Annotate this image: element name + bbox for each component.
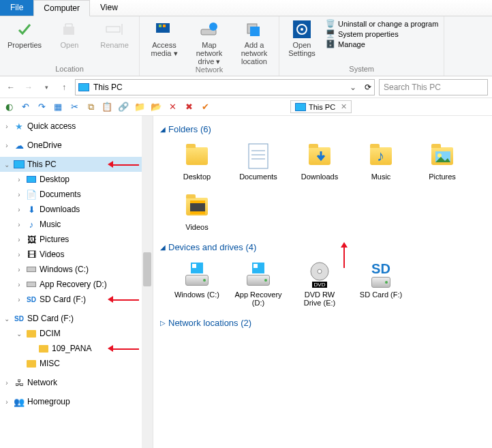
tile-documents[interactable]: Documents — [234, 143, 283, 181]
search-input[interactable]: Search This PC — [379, 79, 488, 95]
new-folder-button[interactable]: 📁 — [134, 101, 146, 113]
tree-node-windows-c-[interactable]: ›Windows (C:) — [0, 262, 153, 277]
paste-shortcut-button[interactable]: 🔗 — [117, 101, 129, 113]
recent-button[interactable]: ▾ — [40, 80, 53, 94]
svg-rect-1 — [106, 27, 120, 32]
expand-icon[interactable]: › — [3, 123, 11, 130]
new-tab-button[interactable]: ◐ — [3, 101, 15, 113]
tree-node-network[interactable]: ›🖧Network — [0, 375, 153, 390]
delete-perm-button[interactable]: ✖ — [183, 101, 195, 113]
tree-node-downloads[interactable]: ›⬇Downloads — [0, 202, 153, 217]
fld-icon — [26, 328, 37, 339]
ribbon-group-system: Open Settings 🗑️Uninstall or change a pr… — [279, 16, 444, 76]
tile-videos[interactable]: Videos — [172, 193, 221, 231]
tree-node-this-pc[interactable]: ⌄This PC — [0, 157, 153, 172]
manage-button[interactable]: 🗄️Manage — [326, 40, 438, 48]
tab-file[interactable]: File — [0, 0, 33, 16]
expand-icon[interactable]: › — [15, 191, 23, 198]
tab-computer[interactable]: Computer — [33, 0, 90, 16]
tree-node-onedrive[interactable]: ›☁OneDrive — [0, 138, 153, 153]
properties-button[interactable]: Properties — [5, 19, 44, 49]
move-to-button[interactable]: 📂 — [150, 101, 162, 113]
close-tab-icon[interactable]: ✕ — [341, 102, 347, 111]
cut-button[interactable]: ✂ — [68, 101, 80, 113]
tree-node-quick-access[interactable]: ›★Quick access — [0, 119, 153, 134]
path-tab-label: This PC — [309, 103, 335, 111]
drive-globe-icon — [199, 19, 219, 40]
properties-label: Properties — [7, 41, 42, 49]
open-settings-button[interactable]: Open Settings — [285, 19, 319, 57]
tile-music[interactable]: ♪Music — [356, 143, 405, 181]
expand-icon[interactable]: › — [15, 236, 23, 243]
expand-icon[interactable]: ⌄ — [15, 330, 23, 338]
tile-sd-card-f-[interactable]: SDSD Card (F:) — [356, 260, 405, 307]
path-tab[interactable]: This PC ✕ — [290, 100, 352, 113]
devices-header[interactable]: ◢Devices and drives (4) — [160, 242, 485, 252]
grid-button[interactable]: ▦ — [52, 101, 64, 113]
scrollbar-thumb[interactable] — [143, 252, 151, 286]
folders-header[interactable]: ◢Folders (6) — [160, 124, 485, 134]
paste-button[interactable]: 📋 — [101, 101, 113, 113]
manage-label: Manage — [338, 40, 365, 48]
sd-icon: SD — [26, 294, 37, 305]
tree-node-sd-card-f-[interactable]: ›SDSD Card (F:) — [0, 292, 153, 307]
expand-icon[interactable]: › — [15, 281, 23, 288]
access-media-button[interactable]: Access media ▾ — [145, 19, 183, 65]
expand-icon[interactable]: › — [15, 206, 23, 213]
hg-icon: 👥 — [14, 396, 25, 407]
ok-button[interactable]: ✔ — [199, 101, 211, 113]
map-drive-button[interactable]: Map network drive ▾ — [190, 19, 228, 65]
star-icon: ★ — [14, 121, 25, 132]
expand-icon[interactable]: › — [15, 176, 23, 183]
address-dropdown-icon[interactable]: ⌄ — [350, 83, 356, 92]
back-button[interactable]: ← — [4, 80, 18, 94]
system-properties-button[interactable]: 🖥️System properties — [326, 29, 438, 38]
tree-node-desktop[interactable]: ›Desktop — [0, 172, 153, 187]
tree-node-dcim[interactable]: ⌄DCIM — [0, 326, 153, 341]
delete-button[interactable]: ✕ — [166, 101, 179, 113]
expand-icon[interactable]: ⌄ — [3, 161, 11, 168]
tree-scrollbar[interactable] — [142, 116, 153, 448]
open-label: Open — [61, 41, 79, 49]
tree-node-misc[interactable]: MISC — [0, 356, 153, 371]
tree-node-pictures[interactable]: ›🖼Pictures — [0, 232, 153, 247]
tree-node-documents[interactable]: ›📄Documents — [0, 187, 153, 202]
expand-icon[interactable]: ⌄ — [3, 315, 11, 323]
tile-app-recovery-d-[interactable]: App Recovery (D:) — [234, 260, 283, 307]
expand-icon[interactable]: › — [15, 221, 23, 228]
tree-node-videos[interactable]: ›🎞Videos — [0, 247, 153, 262]
tree-node-app-recovery-d-[interactable]: ›App Recovery (D:) — [0, 277, 153, 292]
tree-label: MISC — [40, 359, 60, 368]
undo-button[interactable]: ↶ — [19, 101, 31, 113]
tree-node-homegroup[interactable]: ›👥Homegroup — [0, 394, 153, 409]
tile-pictures[interactable]: Pictures — [418, 143, 467, 181]
uninstall-button[interactable]: 🗑️Uninstall or change a program — [326, 19, 438, 28]
up-button[interactable]: ↑ — [57, 80, 71, 94]
nav-tree[interactable]: ›★Quick access›☁OneDrive⌄This PC›Desktop… — [0, 116, 153, 448]
expand-icon[interactable]: › — [3, 142, 11, 149]
expand-icon[interactable]: › — [15, 251, 23, 258]
tile-desktop[interactable]: Desktop — [172, 143, 221, 181]
tree-label: Music — [40, 220, 61, 229]
tree-node-sd-card-f-[interactable]: ⌄SDSD Card (F:) — [0, 311, 153, 326]
tile-downloads[interactable]: Downloads — [295, 143, 344, 181]
network-header[interactable]: ▷Network locations (2) — [160, 318, 485, 328]
expand-icon[interactable]: › — [15, 266, 23, 273]
doc-icon: 📄 — [26, 189, 37, 200]
tree-label: 109_PANA — [52, 344, 91, 353]
tree-node-109-pana[interactable]: 109_PANA — [0, 341, 153, 356]
redo-button[interactable]: ↷ — [35, 101, 48, 113]
copy-button[interactable]: ⧉ — [84, 101, 97, 113]
add-location-button[interactable]: Add a network location — [235, 19, 273, 65]
refresh-button[interactable]: ⟳ — [365, 83, 371, 92]
forward-button[interactable]: → — [22, 80, 35, 94]
tree-node-music[interactable]: ›♪Music — [0, 217, 153, 232]
address-bar[interactable]: This PC ⌄ ⟳ — [75, 79, 375, 95]
tab-view[interactable]: View — [90, 0, 128, 16]
expand-icon[interactable]: › — [3, 379, 11, 387]
expand-icon[interactable]: › — [15, 296, 23, 303]
expand-icon[interactable]: › — [3, 398, 11, 406]
pc-icon — [295, 103, 306, 111]
tile-windows-c-[interactable]: Windows (C:) — [172, 260, 221, 307]
tile-dvd-rw-drive-e-[interactable]: DVDDVD RW Drive (E:) — [295, 260, 344, 307]
